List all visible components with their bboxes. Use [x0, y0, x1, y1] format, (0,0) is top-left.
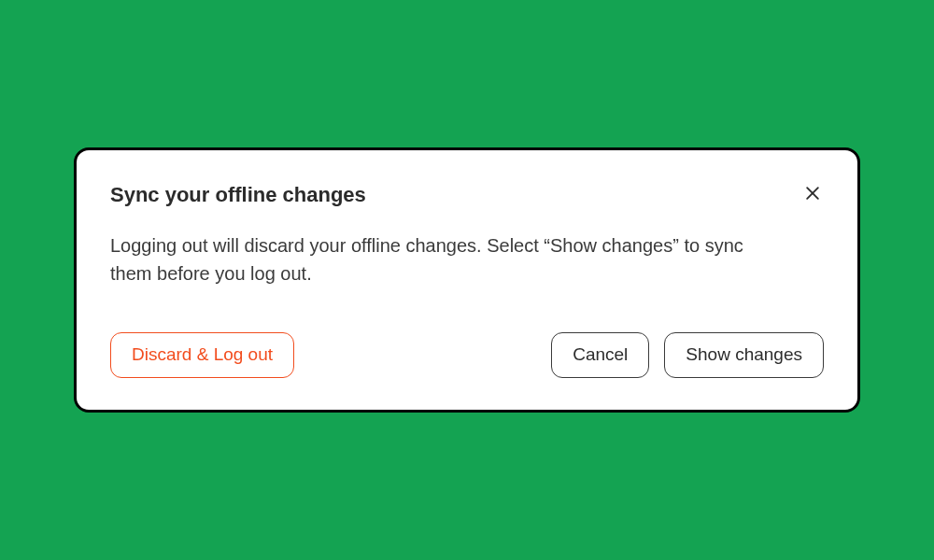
footer-left-group: Discard & Log out	[110, 332, 294, 378]
dialog-title: Sync your offline changes	[110, 182, 366, 209]
close-icon	[803, 184, 822, 203]
cancel-button[interactable]: Cancel	[551, 332, 649, 378]
dialog-header: Sync your offline changes	[110, 182, 824, 209]
dialog-footer: Discard & Log out Cancel Show changes	[110, 332, 824, 378]
sync-offline-dialog: Sync your offline changes Logging out wi…	[74, 147, 860, 412]
footer-right-group: Cancel Show changes	[551, 332, 824, 378]
show-changes-button[interactable]: Show changes	[664, 332, 824, 378]
close-button[interactable]	[801, 182, 824, 204]
dialog-body-text: Logging out will discard your offline ch…	[110, 231, 783, 287]
discard-logout-button[interactable]: Discard & Log out	[110, 332, 294, 378]
